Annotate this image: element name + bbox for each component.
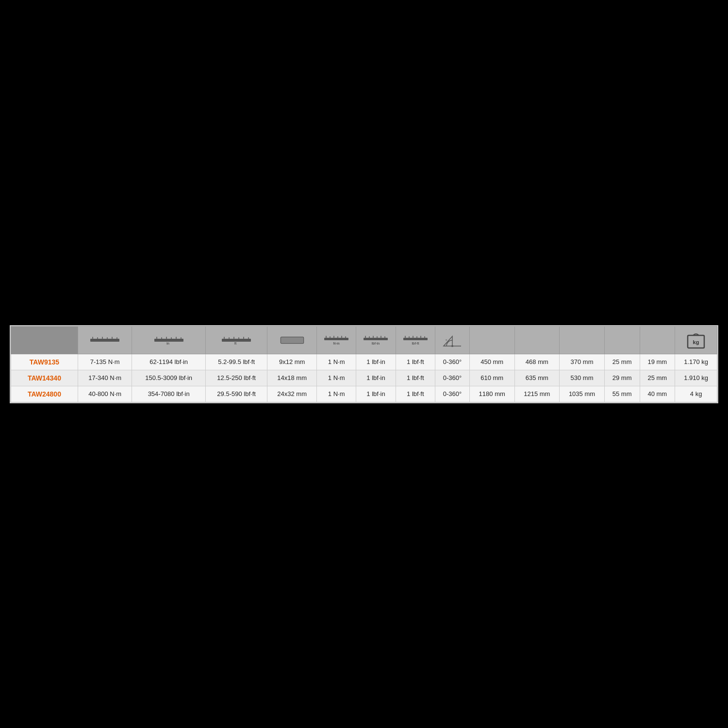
spec-table: in ft [11,326,717,402]
header-torque-lbfft: ft [205,326,267,354]
header-rotation: ° [435,326,469,354]
header-acc-lbfft: lbf·ft [396,326,435,354]
table-row: TAW2480040-800 N·m354-7080 lbf·in29.5-59… [11,386,717,402]
cell-product: TAW24800 [11,386,78,402]
cell-weight: 1.910 kg [675,370,717,386]
cell-C: 530 mm [560,370,605,386]
cell-A: 450 mm [469,354,514,370]
cell-C: 1035 mm [560,386,605,402]
cell-col3: 12.5-250 lbf·ft [205,370,267,386]
cell-B: 635 mm [514,370,560,386]
cell-col7: 1 lbf·ft [396,354,435,370]
cell-A: 1180 mm [469,386,514,402]
cell-product: TAW9135 [11,354,78,370]
svg-rect-42 [403,338,428,340]
cell-C: 370 mm [560,354,605,370]
header-dim-B [514,326,560,354]
header-dim-C [560,326,605,354]
cell-B: 468 mm [514,354,560,370]
svg-rect-34 [364,338,388,340]
svg-text:lbf·in: lbf·in [372,342,380,345]
header-acc-nm: N·m [316,326,356,354]
cell-col1: 7-135 N·m [78,354,132,370]
cell-col5: 1 N·m [316,386,356,402]
header-dim-E [640,326,675,354]
cell-col4: 14x18 mm [267,370,317,386]
header-dim-D [604,326,640,354]
svg-rect-24 [281,337,303,343]
cell-col3: 29.5-590 lbf·ft [205,386,267,402]
svg-rect-26 [324,338,348,340]
cell-col6: 1 lbf·in [356,370,396,386]
svg-text:ft: ft [234,342,237,345]
cell-weight: 4 kg [675,386,717,402]
cell-col8: 0-360° [435,354,469,370]
header-weight: kg [675,326,717,354]
svg-text:in: in [166,342,169,345]
cell-col5: 1 N·m [316,354,356,370]
cell-D: 55 mm [604,386,640,402]
cell-E: 40 mm [640,386,675,402]
table-row: TAW91357-135 N·m62-1194 lbf·in5.2-99.5 l… [11,354,717,370]
cell-col1: 17-340 N·m [78,370,132,386]
header-product [11,326,78,354]
cell-col7: 1 lbf·ft [396,386,435,402]
header-drive-size: mm [267,326,317,354]
svg-rect-0 [90,339,119,342]
cell-col3: 5.2-99.5 lbf·ft [205,354,267,370]
cell-col7: 1 lbf·ft [396,370,435,386]
cell-col1: 40-800 N·m [78,386,132,402]
cell-E: 25 mm [640,370,675,386]
cell-product: TAW14340 [11,370,78,386]
cell-col8: 0-360° [435,370,469,386]
cell-col6: 1 lbf·in [356,386,396,402]
svg-text:kg: kg [693,339,699,345]
cell-col6: 1 lbf·in [356,354,396,370]
cell-A: 610 mm [469,370,514,386]
spec-table-wrapper: in ft [10,325,718,403]
cell-col8: 0-360° [435,386,469,402]
cell-col2: 150.5-3009 lbf·in [132,370,205,386]
table-row: TAW1434017-340 N·m150.5-3009 lbf·in12.5-… [11,370,717,386]
header-torque-lbfin: in [132,326,205,354]
header-dim-A [469,326,514,354]
cell-B: 1215 mm [514,386,560,402]
cell-D: 29 mm [604,370,640,386]
cell-col5: 1 N·m [316,370,356,386]
cell-col2: 354-7080 lbf·in [132,386,205,402]
svg-text:lbf·ft: lbf·ft [412,342,419,345]
cell-col4: 24x32 mm [267,386,317,402]
svg-text:N·m: N·m [333,342,340,345]
header-torque-nm [78,326,132,354]
cell-E: 19 mm [640,354,675,370]
svg-point-51 [451,345,453,347]
cell-weight: 1.170 kg [675,354,717,370]
cell-col4: 9x12 mm [267,354,317,370]
svg-text:°: ° [446,339,447,343]
cell-col2: 62-1194 lbf·in [132,354,205,370]
header-acc-lbfin: lbf·in [356,326,396,354]
cell-D: 25 mm [604,354,640,370]
